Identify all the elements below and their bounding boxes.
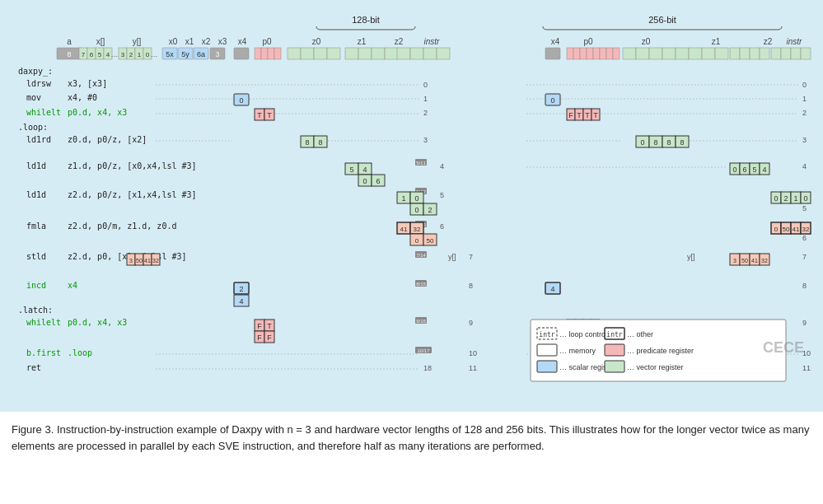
svg-text:x4: x4 — [238, 37, 247, 46]
svg-rect-90 — [791, 48, 801, 59]
svg-rect-54 — [274, 48, 281, 59]
svg-text:41: 41 — [400, 226, 408, 233]
svg-text:0: 0 — [774, 226, 779, 233]
svg-text:.loop:: .loop: — [18, 123, 48, 132]
svg-rect-81 — [689, 48, 702, 59]
svg-rect-73 — [600, 48, 606, 59]
svg-text:…: … — [111, 50, 119, 58]
svg-text:p0: p0 — [262, 37, 272, 46]
svg-text:T: T — [585, 111, 590, 119]
svg-text:x4: x4 — [68, 281, 77, 290]
svg-text:6: 6 — [802, 234, 807, 242]
svg-text:256-bit: 256-bit — [648, 15, 676, 25]
svg-rect-89 — [781, 48, 791, 59]
svg-text:6: 6 — [90, 51, 94, 58]
svg-rect-65 — [423, 48, 437, 59]
svg-text:… predicate register: … predicate register — [627, 347, 694, 355]
svg-text:9/16: 9/16 — [416, 319, 426, 324]
svg-text:daxpy_:: daxpy_: — [18, 67, 53, 77]
svg-text:x2: x2 — [202, 37, 211, 46]
svg-text:4: 4 — [106, 51, 110, 58]
svg-text:y[]: y[] — [133, 37, 142, 46]
svg-text:6: 6 — [376, 177, 380, 185]
svg-rect-71 — [587, 48, 593, 59]
svg-text:… loop control: … loop control — [559, 330, 607, 338]
svg-text:8: 8 — [469, 282, 473, 290]
svg-text:8: 8 — [666, 138, 671, 147]
svg-text:3: 3 — [423, 136, 428, 144]
svg-text:11: 11 — [469, 364, 477, 372]
svg-rect-50 — [234, 48, 249, 59]
svg-text:x1: x1 — [185, 37, 194, 46]
svg-text:y[]: y[] — [448, 253, 456, 261]
svg-rect-62 — [385, 48, 398, 59]
svg-text:5x: 5x — [166, 50, 174, 58]
svg-text:0: 0 — [239, 96, 243, 105]
svg-text:intr: intr — [539, 331, 554, 338]
svg-text:F: F — [257, 322, 262, 330]
svg-text:p0: p0 — [583, 37, 593, 46]
svg-text:50: 50 — [783, 226, 790, 233]
svg-text:0: 0 — [732, 166, 736, 174]
svg-text:41: 41 — [793, 226, 800, 233]
svg-rect-300 — [605, 344, 624, 356]
svg-text:8: 8 — [680, 138, 684, 147]
svg-rect-76 — [623, 48, 636, 59]
svg-text:6: 6 — [742, 166, 746, 174]
svg-text:0: 0 — [415, 237, 419, 245]
svg-text:F: F — [257, 334, 262, 342]
svg-text:2: 2 — [802, 109, 807, 117]
svg-text:T: T — [267, 322, 272, 330]
svg-text:ldrsw: ldrsw — [26, 79, 52, 88]
svg-text:stld: stld — [26, 252, 46, 261]
svg-text:x[]: x[] — [96, 37, 105, 46]
svg-text:a: a — [67, 37, 72, 46]
svg-text:F: F — [267, 334, 272, 342]
svg-text:CECE: CECE — [763, 339, 804, 356]
svg-text:0: 0 — [362, 177, 367, 185]
svg-rect-60 — [358, 48, 372, 59]
svg-rect-57 — [314, 48, 327, 59]
caption-text: Figure 3. Instruction-by-instruction exa… — [12, 423, 809, 452]
svg-text:3: 3 — [121, 51, 125, 58]
svg-rect-59 — [345, 48, 358, 59]
svg-text:7: 7 — [82, 51, 86, 58]
svg-text:z2.d, p0/m, z1.d, z0.d: z2.d, p0/m, z1.d, z0.d — [68, 222, 176, 231]
svg-rect-88 — [771, 48, 781, 59]
svg-text:1: 1 — [138, 51, 142, 58]
svg-text:1: 1 — [793, 194, 797, 203]
svg-text:32: 32 — [802, 226, 810, 233]
svg-text:F: F — [568, 111, 573, 119]
svg-text:8: 8 — [802, 282, 807, 290]
svg-text:whilelt: whilelt — [26, 108, 61, 117]
svg-text:41: 41 — [751, 258, 758, 264]
svg-text:z2: z2 — [764, 37, 773, 46]
svg-text:z1: z1 — [358, 37, 367, 46]
svg-text:0: 0 — [550, 96, 554, 105]
svg-text:6a: 6a — [197, 50, 205, 58]
svg-text:.latch:: .latch: — [18, 306, 53, 315]
svg-text:2: 2 — [129, 51, 133, 58]
svg-rect-79 — [662, 48, 676, 59]
svg-rect-304 — [605, 361, 624, 372]
svg-text:3: 3 — [129, 258, 133, 264]
svg-text:5y: 5y — [181, 50, 189, 58]
svg-rect-83 — [715, 48, 728, 59]
svg-text:… memory: … memory — [559, 347, 596, 355]
svg-text:… other: … other — [627, 330, 653, 338]
svg-text:x4, #0: x4, #0 — [68, 93, 97, 102]
svg-text:7/14: 7/14 — [416, 253, 426, 258]
svg-text:1: 1 — [802, 95, 807, 103]
svg-text:ld1rd: ld1rd — [26, 135, 51, 144]
svg-rect-67 — [545, 48, 560, 59]
svg-text:instr: instr — [787, 37, 803, 46]
svg-text:4: 4 — [802, 162, 807, 170]
svg-rect-302 — [537, 361, 557, 372]
svg-text:41: 41 — [144, 258, 151, 264]
svg-text:ld1d: ld1d — [26, 161, 46, 170]
svg-text:4: 4 — [440, 162, 444, 170]
svg-rect-86 — [750, 48, 760, 59]
svg-text:10/17: 10/17 — [417, 348, 430, 353]
svg-text:8: 8 — [653, 138, 657, 147]
svg-rect-53 — [268, 48, 274, 59]
